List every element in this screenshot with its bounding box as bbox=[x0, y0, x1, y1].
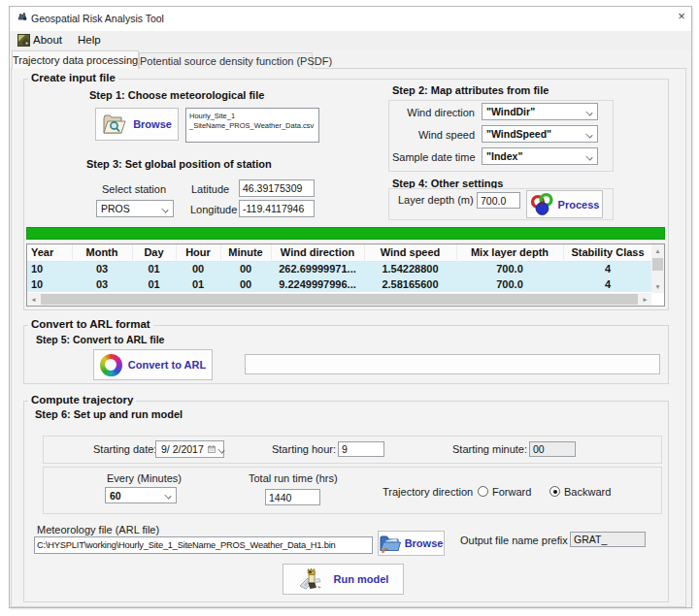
wind-speed-combobox[interactable]: "WindSpeed" bbox=[482, 125, 598, 143]
convert-to-arl-button[interactable]: Convert to ARL bbox=[93, 349, 213, 380]
cell: 4 bbox=[563, 276, 652, 292]
create-input-file-group-label: Create input file bbox=[28, 72, 118, 83]
table-row[interactable]: 10 03 01 01 00 9.2249997996... 2.5816560… bbox=[27, 276, 652, 292]
table-header-row: Year Month Day Hour Minute Wind directio… bbox=[27, 244, 652, 261]
starting-hour-input[interactable] bbox=[338, 441, 384, 457]
step6-label: Step 6: Set up and run model bbox=[35, 408, 183, 420]
cell: 00 bbox=[220, 261, 271, 276]
scroll-up-icon[interactable]: ▲ bbox=[651, 244, 664, 257]
col-year: Year bbox=[27, 244, 72, 261]
station-combobox[interactable]: PROS bbox=[96, 200, 174, 217]
starting-date-value: 9/ 2/2017 bbox=[161, 443, 204, 455]
starting-minute-label: Starting minute: bbox=[452, 443, 526, 455]
rgb-circles-icon bbox=[530, 192, 554, 216]
chevron-down-icon bbox=[586, 153, 593, 160]
cell: 01 bbox=[132, 261, 176, 276]
menu-help[interactable]: Help bbox=[78, 34, 101, 46]
cell: 01 bbox=[176, 276, 220, 292]
starting-hour-label: Starting hour: bbox=[271, 443, 336, 455]
step3-label: Step 3: Set global position of station bbox=[86, 158, 272, 170]
total-run-time-input[interactable] bbox=[265, 489, 320, 505]
browse-met-file-button[interactable]: Browse bbox=[95, 108, 179, 141]
cell: 262.69999971... bbox=[271, 261, 364, 276]
scroll-right-icon[interactable]: ► bbox=[639, 293, 651, 306]
every-minutes-combobox[interactable]: 60 bbox=[105, 487, 177, 503]
chevron-down-icon bbox=[586, 131, 593, 138]
chevron-down-icon bbox=[162, 206, 169, 212]
browse-met-file-label: Browse bbox=[133, 118, 172, 130]
met-csv-file-line1: Hourly_Site_1 bbox=[189, 112, 318, 121]
wind-direction-value: "WindDir" bbox=[486, 106, 535, 117]
col-day: Day bbox=[132, 244, 176, 261]
scroll-down-icon[interactable]: ▼ bbox=[651, 280, 664, 293]
col-hour: Hour bbox=[176, 244, 220, 261]
menu-bar bbox=[10, 31, 691, 50]
process-button[interactable]: Process bbox=[526, 190, 603, 218]
tab-trajectory-data-processing[interactable]: Trajectory data processing bbox=[12, 50, 139, 69]
layer-depth-label: Layer depth (m) bbox=[398, 194, 474, 206]
col-wind-direction: Wind direction bbox=[271, 244, 364, 261]
every-minutes-value: 60 bbox=[110, 490, 121, 502]
calendar-icon bbox=[208, 444, 216, 454]
latitude-input[interactable] bbox=[239, 179, 315, 197]
output-prefix-input[interactable] bbox=[570, 532, 646, 547]
browse-arl-file-label: Browse bbox=[405, 537, 444, 549]
run-model-button[interactable]: Run model bbox=[283, 564, 404, 595]
scroll-left-icon[interactable]: ◄ bbox=[27, 293, 40, 306]
step5-label: Step 5: Convert to ARL file bbox=[36, 334, 164, 345]
folder-search-icon bbox=[102, 113, 128, 136]
app-icon bbox=[17, 11, 28, 22]
forward-radio[interactable] bbox=[478, 486, 488, 497]
col-minute: Minute bbox=[220, 244, 271, 261]
cell: 00 bbox=[176, 261, 220, 276]
color-wheel-icon bbox=[100, 354, 122, 376]
cell: 1.54228800 bbox=[364, 261, 456, 276]
tab-psdf[interactable]: Potential source density function (PSDF) bbox=[139, 52, 313, 69]
convert-arl-group-label: Convert to ARL format bbox=[28, 318, 153, 330]
select-station-label: Select station bbox=[102, 183, 166, 195]
sample-date-time-label: Sample date time bbox=[392, 151, 475, 163]
table-hscrollbar[interactable]: ◄ ► bbox=[27, 293, 651, 306]
longitude-label: Longitude bbox=[190, 204, 237, 215]
met-arl-file-input[interactable] bbox=[34, 536, 373, 554]
col-stability-class: Stability Class bbox=[563, 244, 652, 261]
hscroll-thumb[interactable] bbox=[41, 294, 638, 305]
screenshot-root: Geospatial Risk Analysis Tool × About He… bbox=[0, 0, 699, 616]
cell: 01 bbox=[132, 276, 176, 292]
layer-depth-input[interactable] bbox=[477, 192, 520, 209]
table-vscrollbar[interactable]: ▲ ▼ bbox=[651, 244, 664, 293]
starting-minute-input[interactable] bbox=[529, 441, 576, 457]
cell: 10 bbox=[27, 276, 72, 292]
cell: 00 bbox=[220, 276, 271, 292]
starting-date-picker[interactable]: 9/ 2/2017 bbox=[155, 440, 224, 458]
cell: 9.2249997996... bbox=[271, 276, 364, 292]
menu-about[interactable]: About bbox=[33, 34, 62, 46]
col-month: Month bbox=[72, 244, 132, 261]
backward-radio-label[interactable]: Backward bbox=[564, 486, 611, 498]
sample-date-time-combobox[interactable]: "Index" bbox=[482, 147, 598, 165]
backward-radio[interactable] bbox=[549, 486, 560, 497]
run-model-icon bbox=[298, 567, 325, 592]
met-csv-file-line2: _SiteName_PROS_Weather_Data.csv bbox=[189, 121, 318, 131]
forward-radio-label[interactable]: Forward bbox=[492, 486, 531, 498]
wind-direction-combobox[interactable]: "WindDir" bbox=[482, 103, 598, 120]
output-prefix-label: Output file name prefix bbox=[460, 535, 568, 546]
vscroll-thumb[interactable] bbox=[652, 258, 663, 271]
met-arl-file-label: Meteorology file (ARL file) bbox=[37, 524, 159, 535]
close-button[interactable]: × bbox=[672, 8, 691, 25]
wind-speed-label: Wind speed bbox=[392, 129, 475, 141]
step2-label: Step 2: Map attributes from file bbox=[392, 84, 549, 96]
cell: 2.58165600 bbox=[364, 276, 456, 292]
run-model-label: Run model bbox=[334, 573, 389, 585]
met-csv-file-display[interactable]: Hourly_Site_1 _SiteName_PROS_Weather_Dat… bbox=[185, 108, 319, 143]
csv-load-progressbar bbox=[26, 227, 665, 240]
cell: 4 bbox=[563, 261, 652, 276]
weather-data-grid: Year Month Day Hour Minute Wind directio… bbox=[26, 243, 665, 307]
every-minutes-label: Every (Minutes) bbox=[107, 472, 182, 484]
blue-folder-icon bbox=[380, 534, 401, 554]
longitude-input[interactable] bbox=[239, 200, 315, 217]
table-row[interactable]: 10 03 01 00 00 262.69999971... 1.5422880… bbox=[27, 261, 652, 276]
latitude-label: Latitude bbox=[191, 183, 229, 195]
browse-arl-file-button[interactable]: Browse bbox=[378, 531, 445, 556]
datepicker-chevron-down-icon[interactable] bbox=[218, 446, 223, 453]
